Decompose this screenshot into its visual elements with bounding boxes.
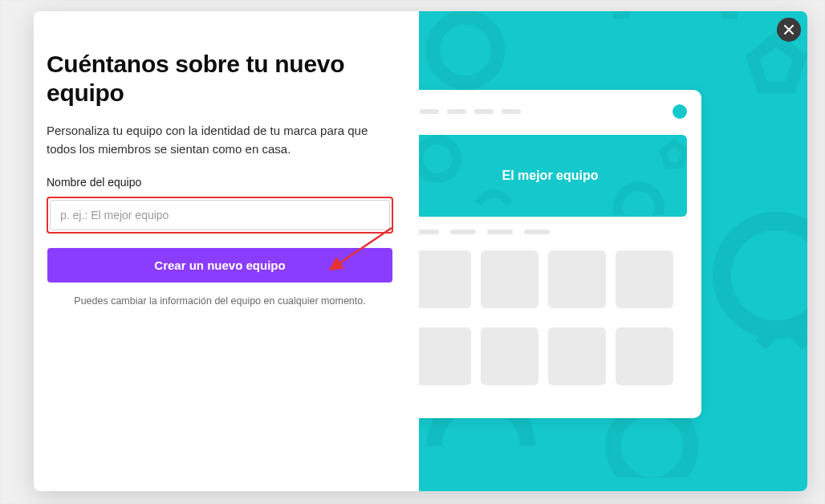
- modal-description: Personaliza tu equipo con la identidad d…: [47, 122, 393, 158]
- team-name-label: Nombre del equipo: [47, 176, 393, 189]
- svg-point-4: [618, 186, 660, 215]
- svg-point-3: [419, 140, 457, 178]
- team-name-input[interactable]: [50, 200, 390, 230]
- preview-grid-row: [419, 327, 687, 385]
- placeholder-pill: [447, 109, 466, 114]
- design-thumbnail: [616, 327, 673, 385]
- design-thumbnail: [481, 250, 538, 308]
- tab-placeholder: [524, 230, 550, 234]
- modal-title: Cuéntanos sobre tu nuevo equipo: [47, 50, 393, 108]
- create-team-button[interactable]: Crear un nuevo equipo: [47, 248, 392, 282]
- tab-placeholder: [419, 230, 439, 234]
- modal-right-panel: Canva: [419, 11, 807, 491]
- modal-left-panel: Cuéntanos sobre tu nuevo equipo Personal…: [34, 11, 419, 491]
- design-thumbnail: [548, 250, 606, 308]
- avatar-dot: [673, 104, 687, 119]
- preview-grid-row: [419, 250, 687, 308]
- preview-body: El mejor equipo: [419, 135, 687, 404]
- close-button[interactable]: [777, 18, 801, 42]
- close-icon: [783, 24, 795, 35]
- design-thumbnail: [616, 250, 673, 308]
- create-team-modal: Cuéntanos sobre tu nuevo equipo Personal…: [34, 11, 807, 491]
- preview-main: El mejor equipo: [419, 135, 687, 404]
- design-thumbnail: [548, 327, 606, 385]
- team-banner: El mejor equipo: [419, 135, 687, 217]
- banner-team-name: El mejor equipo: [502, 169, 598, 183]
- modal-hint: Puedes cambiar la información del equipo…: [47, 294, 393, 309]
- design-thumbnail: [419, 327, 471, 385]
- design-thumbnail: [419, 250, 471, 308]
- design-thumbnail: [481, 327, 538, 385]
- annotation-highlight-box: [47, 197, 393, 234]
- placeholder-pill: [474, 109, 494, 114]
- placeholder-pill: [420, 109, 439, 114]
- svg-point-0: [433, 18, 498, 83]
- tab-placeholder: [487, 230, 513, 234]
- preview-tabs: [419, 230, 687, 234]
- tab-placeholder: [450, 230, 476, 234]
- svg-point-1: [722, 221, 807, 330]
- placeholder-pill: [502, 109, 521, 114]
- preview-header: Canva: [419, 103, 687, 120]
- team-preview-card: Canva: [419, 90, 701, 418]
